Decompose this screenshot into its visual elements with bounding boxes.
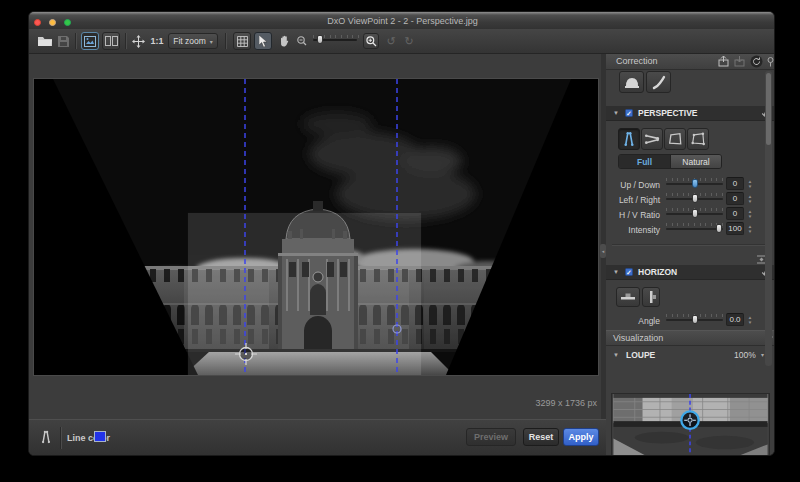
toolbar-separator <box>75 33 76 49</box>
line-color-swatch[interactable] <box>94 431 106 442</box>
perspective-section-header[interactable]: ▼ ✓ PERSPECTIVE <box>606 106 775 121</box>
history-icon[interactable] <box>750 55 763 73</box>
single-image-view-button[interactable] <box>81 32 99 50</box>
visualization-header: Visualization <box>606 330 775 346</box>
undo-icon: ↺ <box>386 35 395 48</box>
chevron-down-icon[interactable]: ▾ <box>761 351 764 358</box>
grid-icon <box>237 36 248 47</box>
visualization-title: Visualization <box>613 331 663 346</box>
loupe-header-row[interactable]: ▼ LOUPE 100% ▾ <box>606 347 775 365</box>
updown-thumb[interactable] <box>692 179 698 188</box>
save-icon <box>58 36 69 47</box>
disclosure-icon[interactable]: ▼ <box>613 352 619 358</box>
leftright-stepper[interactable]: ▲▼ <box>746 192 754 205</box>
volume-deformation-diagonal-button[interactable] <box>646 71 671 93</box>
step-down-icon[interactable]: ▼ <box>748 199 752 204</box>
leftright-value[interactable]: 0 <box>726 192 744 205</box>
correction-title: Correction <box>616 54 658 69</box>
undo-button[interactable]: ↺ <box>384 32 398 50</box>
step-down-icon[interactable]: ▼ <box>748 214 752 219</box>
zoom-slider-thumb[interactable] <box>317 35 323 44</box>
hvratio-stepper[interactable]: ▲▼ <box>746 207 754 220</box>
move-tool-button[interactable] <box>129 32 147 50</box>
level-vertical-icon <box>645 290 657 304</box>
force-parallel-horizontal-button[interactable] <box>641 128 663 150</box>
disclosure-icon[interactable]: ▼ <box>613 106 619 121</box>
intensity-ticks <box>666 223 723 226</box>
main-toolbar: 1:1 Fit zoom ▾ ↺ ↻ <box>29 29 775 54</box>
tool-options-bar: Line color Preview Reset Apply <box>29 419 606 456</box>
updown-stepper[interactable]: ▲▼ <box>746 177 754 190</box>
photo-louvre-preview[interactable] <box>34 79 598 375</box>
mode-full-button[interactable]: Full <box>619 155 670 168</box>
hand-icon <box>279 35 290 47</box>
perspective-mode-segmented: Full Natural <box>618 154 722 169</box>
mode-natural-button[interactable]: Natural <box>670 155 721 168</box>
image-canvas[interactable]: 3299 x 1736 px <box>29 54 606 419</box>
zoom-in-button[interactable] <box>363 33 379 49</box>
fit-zoom-dropdown[interactable]: Fit zoom ▾ <box>168 33 218 49</box>
loupe-preview[interactable] <box>611 393 770 456</box>
disclosure-icon[interactable]: ▼ <box>613 265 619 280</box>
chevron-down-icon: ▾ <box>210 38 213 45</box>
eight-points-button[interactable] <box>687 128 709 150</box>
zoom-1to1-button[interactable]: 1:1 <box>149 32 165 50</box>
zoom-out-button[interactable] <box>295 32 309 50</box>
angle-thumb[interactable] <box>692 315 698 324</box>
panel-scrollbar-thumb[interactable] <box>766 73 771 145</box>
volume-deformation-diagonal-icon <box>651 75 666 90</box>
hvratio-value[interactable]: 0 <box>726 207 744 220</box>
intensity-value[interactable]: 100 <box>726 222 744 235</box>
hvratio-thumb[interactable] <box>692 209 698 218</box>
preview-button[interactable]: Preview <box>466 428 516 446</box>
toolbar-separator <box>225 33 226 49</box>
perspective-title: PERSPECTIVE <box>638 106 698 121</box>
force-parallel-vertical-button[interactable] <box>618 128 640 150</box>
updown-value[interactable]: 0 <box>726 177 744 190</box>
title-bar: DxO ViewPoint 2 - 2 - Perspective.jpg <box>29 12 775 29</box>
redo-button[interactable]: ↻ <box>402 32 416 50</box>
volume-deformation-hv-icon <box>624 75 640 89</box>
force-parallel-vertical-icon <box>38 429 54 445</box>
import-icon[interactable] <box>734 56 745 72</box>
horizon-title: HORIZON <box>638 265 677 280</box>
angle-label: Angle <box>608 316 660 326</box>
horizon-enabled-checkbox[interactable]: ✓ <box>625 268 633 276</box>
loupe-anchor-target[interactable] <box>681 411 698 428</box>
angle-stepper[interactable]: ▲▼ <box>746 313 754 326</box>
save-button[interactable] <box>55 32 71 50</box>
horizon-section-header[interactable]: ▼ ✓ HORIZON <box>606 265 775 280</box>
horizon-level-horizontal-button[interactable] <box>616 287 640 307</box>
leftright-thumb[interactable] <box>692 194 698 203</box>
check-icon: ✓ <box>626 269 631 276</box>
loupe-zoom-value[interactable]: 100% <box>734 350 756 360</box>
screen: DxO ViewPoint 2 - 2 - Perspective.jpg 1:… <box>0 0 800 482</box>
reset-button[interactable]: Reset <box>523 428 559 446</box>
cursor-tool-button[interactable] <box>254 32 272 50</box>
export-icon[interactable] <box>718 56 729 72</box>
leftright-label: Left / Right <box>608 195 660 205</box>
intensity-track[interactable] <box>666 228 723 230</box>
open-file-button[interactable] <box>34 32 56 50</box>
grid-button[interactable] <box>233 32 251 50</box>
angle-value[interactable]: 0.0 <box>726 313 744 326</box>
pin-icon[interactable] <box>767 57 774 72</box>
hand-tool-button[interactable] <box>275 32 293 50</box>
check-icon: ✓ <box>626 110 631 117</box>
step-down-icon[interactable]: ▼ <box>748 229 752 234</box>
step-down-icon[interactable]: ▼ <box>748 184 752 189</box>
preview-label: Preview <box>474 432 508 442</box>
eight-points-icon <box>689 130 707 148</box>
force-rectangle-button[interactable] <box>664 128 686 150</box>
volume-deformation-hv-button[interactable] <box>619 71 644 93</box>
compare-view-button[interactable] <box>102 32 120 50</box>
intensity-thumb[interactable] <box>716 224 722 233</box>
apply-button[interactable]: Apply <box>563 428 599 446</box>
window-title: DxO ViewPoint 2 - 2 - Perspective.jpg <box>29 16 775 26</box>
intensity-stepper[interactable]: ▲▼ <box>746 222 754 235</box>
step-down-icon[interactable]: ▼ <box>748 320 752 325</box>
zoom-1to1-label: 1:1 <box>150 36 163 46</box>
cursor-arrow-icon <box>259 35 268 47</box>
perspective-enabled-checkbox[interactable]: ✓ <box>625 109 633 117</box>
horizon-level-vertical-button[interactable] <box>642 287 660 307</box>
